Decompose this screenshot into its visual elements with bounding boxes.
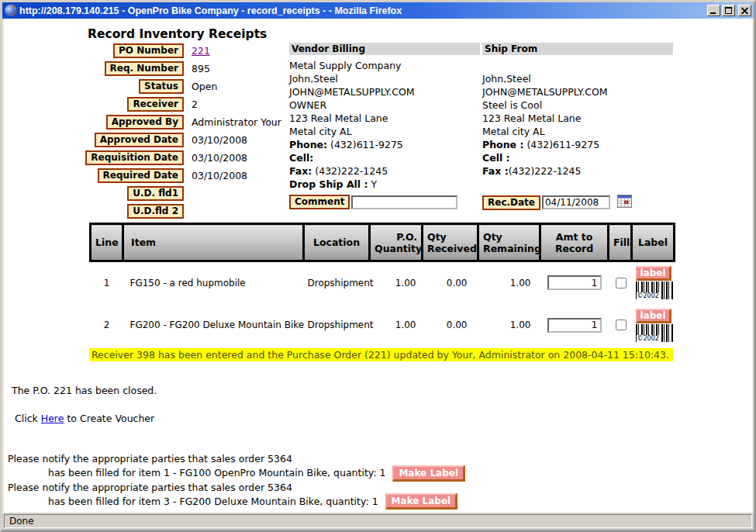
po-number-link[interactable]: 221 xyxy=(192,45,210,57)
field-row-req-number: Req. Number 895 xyxy=(4,60,291,78)
item-description: FG150 - a red hupmobile xyxy=(123,261,304,304)
field-row-po-number: PO Number 221 xyxy=(4,42,291,60)
ship-fax: Fax :(432)222-1245 xyxy=(482,164,673,178)
approved-by-button[interactable]: Approved By xyxy=(106,115,184,130)
field-row-ud-fld2: U.D.fld 2 xyxy=(4,202,291,220)
ship-from-section: Ship From John,Steel JOHN@METALSUPPLY.CO… xyxy=(482,43,673,210)
notifications: Please notify the appropriate parties th… xyxy=(8,453,465,510)
ship-address: 123 Real Metal Lane xyxy=(482,112,673,125)
barcode-image: ©2002 xyxy=(636,282,674,299)
barcode-caption: ©2002 xyxy=(637,335,660,342)
approved-by-value: Administrator Your xyxy=(192,116,281,128)
amt-to-record-input[interactable] xyxy=(547,275,602,290)
rec-date-button[interactable]: Rec.Date xyxy=(482,195,540,210)
ud-fld2-button[interactable]: U.D.fld 2 xyxy=(127,204,184,219)
ship-contact: John,Steel xyxy=(482,72,673,85)
notification-line1: Please notify the appropriate parties th… xyxy=(8,482,465,494)
voucher-prefix: Click xyxy=(15,413,41,424)
field-row-approved-by: Approved By Administrator Your xyxy=(4,113,291,131)
po-number-button[interactable]: PO Number xyxy=(113,43,184,58)
vendor-title: OWNER xyxy=(289,98,480,112)
ship-from-header: Ship From xyxy=(482,43,673,55)
receiver-button[interactable]: Receiver xyxy=(127,97,184,112)
vendor-dropship: Drop Ship All :Y xyxy=(289,178,480,191)
line-number: 2 xyxy=(91,304,123,347)
table-header-row: Line Item Location P.O. Quantity Qty Rec… xyxy=(91,224,675,261)
comment-button[interactable]: Comment xyxy=(289,195,350,209)
table-row: 1 FG150 - a red hupmobile Dropshipment 1… xyxy=(91,261,675,304)
minimize-icon xyxy=(710,12,716,14)
receipt-items-table: Line Item Location P.O. Quantity Qty Rec… xyxy=(89,223,675,347)
fill-checkbox[interactable] xyxy=(616,278,627,288)
browser-window: http://208.179.140.215 - OpenPro Bike Co… xyxy=(0,0,756,532)
status-button[interactable]: Status xyxy=(139,79,184,94)
approved-date-button[interactable]: Approved Date xyxy=(95,133,184,147)
fill-checkbox[interactable] xyxy=(616,320,627,330)
vendor-city: Metal city AL xyxy=(289,125,480,138)
requisition-date-button[interactable]: Requisition Date xyxy=(85,150,184,165)
ship-city: Metal city AL xyxy=(482,125,673,138)
close-button[interactable] xyxy=(738,5,751,16)
header-fields: PO Number 221 Req. Number 895 Status Ope… xyxy=(4,42,291,220)
col-header-item: Item xyxy=(123,224,304,261)
vendor-billing-header: Vendor Billing xyxy=(289,43,480,55)
receipt-notice: Receiver 398 has been entered and the Pu… xyxy=(89,348,673,361)
qty-remaining: 1.00 xyxy=(478,261,540,304)
field-row-approved-date: Approved Date 03/10/2008 xyxy=(4,131,291,149)
vendor-fax: Fax:(432)222-1245 xyxy=(289,164,480,178)
make-label-button[interactable]: Make Label xyxy=(385,493,458,510)
req-number-value: 895 xyxy=(192,63,210,74)
minimize-button[interactable] xyxy=(707,5,720,16)
create-voucher-link[interactable]: Here xyxy=(41,413,64,424)
field-row-status: Status Open xyxy=(4,78,291,95)
vendor-contact: John,Steel xyxy=(289,72,480,85)
label-button[interactable]: label xyxy=(636,266,671,281)
col-header-amt-to-record: Amt to Record xyxy=(540,224,609,261)
vendor-email: JOHN@METALSUPPLY.COM xyxy=(289,85,480,98)
col-header-line: Line xyxy=(91,224,123,261)
vendor-cell: Cell: xyxy=(289,151,480,164)
req-number-button[interactable]: Req. Number xyxy=(105,61,184,76)
label-button[interactable]: label xyxy=(636,309,671,323)
window-title: http://208.179.140.215 - OpenPro Bike Co… xyxy=(19,5,704,16)
amt-to-record-input[interactable] xyxy=(547,318,602,333)
notification-line1: Please notify the appropriate parties th… xyxy=(8,453,465,465)
ship-blank-line2 xyxy=(482,178,673,191)
vendor-phone: Phone:(432)611-9275 xyxy=(289,138,480,151)
create-voucher-line: Click Here to Create Voucher xyxy=(15,413,154,424)
col-header-qty-remaining: Qty Remaining xyxy=(478,224,540,261)
rec-date-row: Rec.Date xyxy=(482,195,673,210)
close-icon xyxy=(739,5,751,16)
ud-fld1-button[interactable]: U.D. fld1 xyxy=(127,186,184,201)
qty-remaining: 1.00 xyxy=(478,304,540,347)
required-date-button[interactable]: Required Date xyxy=(98,168,184,183)
barcode-caption: ©2002 xyxy=(637,292,660,299)
qty-received: 0.00 xyxy=(423,261,478,304)
label-cell: label ©2002 xyxy=(636,309,674,342)
po-closed-message: The P.O. 221 has been closed. xyxy=(12,385,157,396)
ship-email: JOHN@METALSUPPLY.COM xyxy=(482,85,673,98)
calendar-icon[interactable] xyxy=(617,195,632,210)
vendor-company: Metal Supply Company xyxy=(289,59,480,72)
firefox-icon xyxy=(5,5,16,16)
vendor-billing-section: Vendor Billing Metal Supply Company John… xyxy=(289,43,480,209)
rec-date-input[interactable] xyxy=(542,195,610,209)
barcode-image: ©2002 xyxy=(636,324,674,342)
field-row-required-date: Required Date 03/10/2008 xyxy=(4,167,291,185)
status-value: Open xyxy=(192,81,217,92)
approved-date-value: 03/10/2008 xyxy=(192,134,247,146)
qty-received: 0.00 xyxy=(423,304,478,347)
make-label-button[interactable]: Make Label xyxy=(392,465,465,482)
item-location: Dropshipment xyxy=(304,261,370,304)
titlebar: http://208.179.140.215 - OpenPro Bike Co… xyxy=(2,2,754,19)
col-header-label: Label xyxy=(632,224,675,261)
window-controls xyxy=(707,5,751,16)
ship-cell: Cell : xyxy=(482,151,673,164)
field-row-ud-fld1: U.D. fld1 xyxy=(4,185,291,202)
voucher-suffix: to Create Voucher xyxy=(64,413,154,424)
ship-slogan: Steel is Cool xyxy=(482,98,673,112)
maximize-button[interactable] xyxy=(722,5,735,16)
comment-input[interactable] xyxy=(351,195,457,209)
line-number: 1 xyxy=(91,261,123,304)
item-description: FG200 - FG200 Deluxe Mountain Bike xyxy=(123,304,304,347)
